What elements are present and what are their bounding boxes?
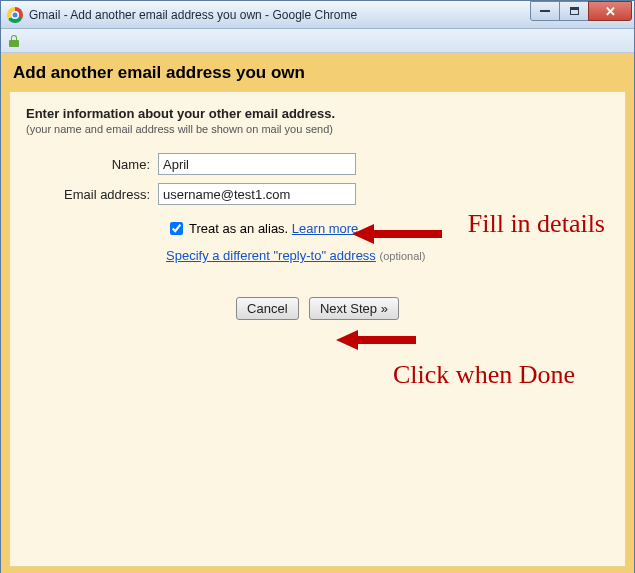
svg-marker-0 <box>352 224 442 244</box>
titlebar[interactable]: Gmail - Add another email address you ow… <box>1 1 634 29</box>
name-input[interactable] <box>158 153 356 175</box>
cancel-button[interactable]: Cancel <box>236 297 298 320</box>
intro-text: Enter information about your other email… <box>26 106 609 135</box>
page-header: Add another email address you own <box>1 53 634 91</box>
chrome-window: Gmail - Add another email address you ow… <box>0 0 635 573</box>
arrow-icon <box>336 328 416 352</box>
content: Add another email address you own Enter … <box>1 53 634 573</box>
alias-label: Treat as an alias. <box>189 221 288 236</box>
arrow-icon <box>352 222 442 246</box>
minimize-button[interactable] <box>530 1 560 21</box>
address-bar[interactable] <box>1 29 634 53</box>
maximize-button[interactable] <box>559 1 589 21</box>
annotation-fill-details: Fill in details <box>468 209 605 239</box>
form-panel: Enter information about your other email… <box>9 91 626 567</box>
next-step-button[interactable]: Next Step » <box>309 297 399 320</box>
window-title: Gmail - Add another email address you ow… <box>29 8 357 22</box>
intro-line2: (your name and email address will be sho… <box>26 123 609 135</box>
alias-checkbox[interactable] <box>170 222 183 235</box>
reply-to-link[interactable]: Specify a different "reply-to" address <box>166 248 376 263</box>
annotation-click-done: Click when Done <box>393 360 575 390</box>
close-button[interactable]: ✕ <box>588 1 632 21</box>
svg-marker-1 <box>336 330 416 350</box>
learn-more-link[interactable]: Learn more <box>292 221 358 236</box>
intro-line1: Enter information about your other email… <box>26 106 609 121</box>
email-label: Email address: <box>26 187 158 202</box>
chrome-icon <box>7 7 23 23</box>
name-label: Name: <box>26 157 158 172</box>
page-title: Add another email address you own <box>13 63 622 83</box>
lock-icon <box>9 35 19 47</box>
optional-text: (optional) <box>380 250 426 262</box>
email-input[interactable] <box>158 183 356 205</box>
